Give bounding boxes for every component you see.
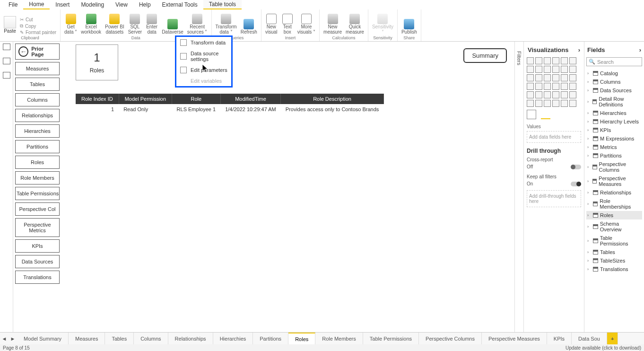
sensitivity-button[interactable]: Sensitivity ˅ [370,13,395,35]
viz-type-icon[interactable] [561,66,568,73]
field-hierarchy-levels[interactable]: ›Hierarchy Levels [586,117,642,126]
sql-server-button[interactable]: SQL Server [126,13,144,35]
nav-data-sources[interactable]: Data Sources [15,255,60,268]
tab-help[interactable]: Help [133,0,157,9]
refresh-button[interactable]: Refresh [239,18,259,35]
new-measure-button[interactable]: New measure [322,13,344,35]
viz-type-icon[interactable] [552,74,559,81]
viz-type-icon[interactable] [552,57,559,64]
field-roles[interactable]: ›Roles [586,211,642,219]
page-tab-roles[interactable]: Roles [288,333,315,344]
model-view-icon[interactable] [3,72,10,79]
page-tab-data-sou[interactable]: Data Sou [572,333,607,344]
dropdown-transform-data[interactable]: Transform data [176,37,231,48]
page-tab-measures[interactable]: Measures [69,333,105,344]
page-tab-perspective-columns[interactable]: Perspective Columns [419,333,482,344]
tab-file[interactable]: File [3,0,23,9]
table-row[interactable]: 1 Read Only RLS Employee 1 1/4/2022 10:2… [76,104,383,114]
page-tab-model-summary[interactable]: Model Summary [17,333,69,344]
col-role-description[interactable]: Role Description [281,94,384,104]
page-tab-columns[interactable]: Columns [134,333,168,344]
recent-sources-button[interactable]: Recent sources ˅ [185,13,209,35]
tab-scroll-left[interactable]: ◄ [0,333,9,344]
viz-type-icon[interactable] [552,100,559,107]
viz-type-icon[interactable] [552,83,559,90]
field-translations[interactable]: ›Translations [586,265,642,273]
tab-external-tools[interactable]: External Tools [157,0,203,9]
field-columns[interactable]: ›Columns [586,78,642,86]
nav-roles[interactable]: Roles [15,156,60,169]
paste-button[interactable]: Paste [2,14,18,35]
viz-type-icon[interactable] [561,100,568,107]
viz-type-icon[interactable] [561,57,568,64]
field-table-permissions[interactable]: ›Table Permissions [586,234,642,248]
more-visuals-button[interactable]: More visuals ˅ [296,13,317,35]
viz-type-icon[interactable] [569,57,576,64]
fields-search[interactable]: 🔍Search [586,57,642,66]
chevron-right-icon[interactable]: › [578,46,580,53]
nav-columns[interactable]: Columns [15,93,60,106]
viz-type-icon[interactable] [544,100,551,107]
viz-type-icon[interactable] [569,100,576,107]
field-schema-overview[interactable]: ›Schema Overview [586,219,642,234]
field-perspective-measures[interactable]: ›Perspective Measures [586,174,642,188]
transform-data-button[interactable]: Transform data ˅ [214,13,239,35]
nav-partitions[interactable]: Partitions [15,140,60,153]
nav-translations[interactable]: Translations [15,271,60,284]
cut-button[interactable]: ✂Cut [18,17,58,23]
tab-insert[interactable]: Insert [50,0,75,9]
page-tab-relationships[interactable]: Relationships [168,333,213,344]
viz-type-icon[interactable] [569,91,576,98]
field-tablesizes[interactable]: ›TableSizes [586,256,642,265]
viz-type-icon[interactable] [535,57,542,64]
viz-type-icon[interactable] [544,91,551,98]
col-role[interactable]: Role [172,94,221,104]
pbi-datasets-button[interactable]: Power BI datasets [103,13,126,35]
drill-through-well[interactable]: Add drill-through fields here [527,190,581,207]
nav-hierarchies[interactable]: Hierarchies [15,124,60,138]
field-metrics[interactable]: ›Metrics [586,143,642,151]
nav-measures[interactable]: Measures [15,62,60,75]
get-data-button[interactable]: Get data ˅ [62,13,79,35]
nav-perspective-col[interactable]: Perspective Col [15,202,60,216]
viz-type-icon[interactable] [535,83,542,90]
page-tab-hierarchies[interactable]: Hierarchies [213,333,253,344]
format-tab-icon[interactable] [541,110,550,119]
field-partitions[interactable]: ›Partitions [586,151,642,160]
roles-count-card[interactable]: 1 Roles [76,44,118,80]
filters-pane-toggle[interactable]: Filters [514,42,524,332]
update-notice[interactable]: Update available (click to download) [566,345,641,351]
col-modified-time[interactable]: ModifiedTime [220,94,281,104]
nav-tables[interactable]: Tables [15,78,60,91]
viz-type-icon[interactable] [552,66,559,73]
viz-type-icon[interactable] [544,74,551,81]
new-visual-button[interactable]: New visual [263,13,279,35]
page-tab-tables[interactable]: Tables [105,333,134,344]
viz-type-icon[interactable] [527,66,534,73]
viz-type-icon[interactable] [527,91,534,98]
page-tab-partitions[interactable]: Partitions [253,333,288,344]
field-data-sources[interactable]: ›Data Sources [586,86,642,95]
roles-table[interactable]: Role Index ID Model Permission Role Modi… [76,94,384,114]
tab-table-tools[interactable]: Table tools [203,0,242,9]
chevron-right-icon[interactable]: › [639,46,641,53]
publish-button[interactable]: Publish [400,18,419,35]
copy-button[interactable]: ⧉Copy [18,23,58,29]
dropdown-edit-parameters[interactable]: Edit parameters [176,64,231,76]
page-tab-kpis[interactable]: KPIs [547,333,572,344]
report-view-icon[interactable] [3,44,10,50]
field-perspective-columns[interactable]: ›Perspective Columns [586,160,642,174]
prior-page-button[interactable]: ←Prior Page [15,44,60,60]
viz-type-icon[interactable] [527,83,534,90]
quick-measure-button[interactable]: Quick measure [344,13,366,35]
field-m-expressions[interactable]: ›M Expressions [586,134,642,143]
cross-report-toggle[interactable] [571,165,581,169]
nav-table-permissions[interactable]: Table Permissions [15,187,60,200]
viz-type-icon[interactable] [544,66,551,73]
page-tab-role-members[interactable]: Role Members [315,333,363,344]
add-page-button[interactable]: + [607,333,618,344]
enter-data-button[interactable]: Enter data [144,13,160,35]
fields-tab-icon[interactable] [527,110,536,119]
field-relationships[interactable]: ›Relationships [586,188,642,197]
field-role-memberships[interactable]: ›Role Memberships [586,197,642,211]
